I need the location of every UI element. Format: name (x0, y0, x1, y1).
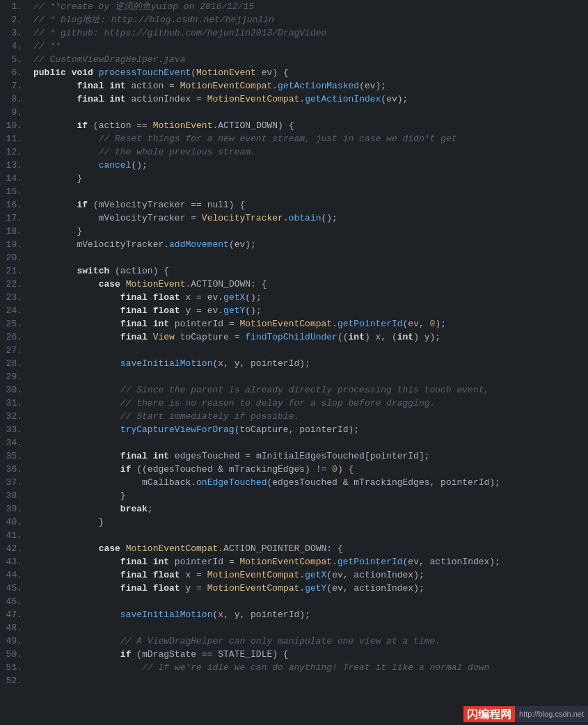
line-number: 12. (0, 145, 22, 159)
token-c-bold-white: float (153, 305, 180, 316)
token-c-plain: . (272, 81, 278, 91)
line-number: 7. (0, 79, 22, 93)
line-number: 17. (0, 212, 22, 225)
token-c-plain: ) y); (413, 332, 440, 342)
code-line: final int pointerId = MotionEventCompat.… (33, 555, 588, 568)
token-c-class: MotionEvent (126, 279, 186, 289)
token-c-plain: . (299, 583, 305, 593)
watermark-url: http://blog.csdn.net (515, 706, 588, 722)
token-c-bold-white: int (153, 451, 169, 461)
token-c-plain (33, 200, 77, 210)
token-c-plain (148, 305, 153, 316)
line-number: 1. (0, 0, 22, 13)
code-line: // ** (33, 40, 588, 53)
token-c-plain: (toCapture, pointerId); (235, 424, 359, 435)
token-c-plain (33, 332, 120, 342)
code-line: final int edgesTouched = mInitialEdgesTo… (33, 449, 588, 463)
line-number: 48. (0, 621, 22, 635)
line-number: 30. (0, 383, 22, 397)
token-c-bold-white: case (99, 543, 120, 554)
token-c-plain: (x, y, pointerId); (212, 358, 310, 369)
token-c-method: addMovement (169, 239, 229, 250)
token-c-bold-white: break (120, 504, 148, 514)
token-c-method: obtain (289, 213, 321, 223)
token-c-plain: (ev); (381, 94, 408, 104)
token-c-bold-white: final (120, 292, 148, 303)
code-line (33, 106, 588, 119)
line-number: 9. (0, 106, 22, 119)
token-c-comment: // * blog地址: http://blog.csdn.net/hejjun… (33, 15, 274, 25)
token-c-bold-white: int (109, 94, 125, 104)
token-c-method: getX (305, 570, 326, 580)
token-c-plain: pointerId = (169, 319, 239, 329)
token-c-comment: // there is no reason to delay for a slo… (120, 398, 435, 408)
token-c-bold-white: final (120, 583, 148, 593)
code-line (33, 436, 588, 449)
code-line: // there is no reason to delay for a slo… (33, 397, 588, 410)
token-c-plain: (action) { (109, 266, 169, 276)
token-c-comment: // If we're idle we can do anything! Tre… (142, 662, 489, 673)
line-number: 26. (0, 330, 22, 344)
token-c-plain: (x, y, pointerId); (212, 610, 310, 620)
code-line (33, 529, 588, 542)
code-line: case MotionEventCompat.ACTION_POINTER_DO… (33, 542, 588, 555)
line-number: 23. (0, 291, 22, 304)
line-number: 52. (0, 674, 22, 687)
token-c-plain (33, 411, 120, 422)
code-line: saveInitialMotion(x, y, pointerId); (33, 608, 588, 621)
line-number: 31. (0, 397, 22, 410)
token-c-comment: // A ViewDragHelper can only manipulate … (120, 636, 440, 646)
token-c-plain: ((edgesTouched & mTrackingEdges) != (131, 464, 332, 475)
token-c-method: getPointerId (337, 557, 403, 567)
token-c-plain: } (33, 173, 82, 184)
token-c-class: MotionEventCompat (207, 94, 300, 104)
token-c-plain: (mDragState == STATE_IDLE) { (131, 649, 288, 660)
code-line (33, 251, 588, 264)
token-c-bold-white: int (153, 319, 169, 329)
token-c-plain (33, 504, 120, 514)
token-c-class: MotionEventCompat (239, 319, 332, 329)
code-line: if (mDragState == STATE_IDLE) { (33, 648, 588, 661)
line-number: 13. (0, 159, 22, 172)
line-number: 41. (0, 529, 22, 542)
token-c-plain: . (299, 570, 305, 580)
token-c-class: MotionEventCompat (239, 557, 332, 567)
token-c-plain: (ev); (229, 239, 256, 250)
token-c-plain: y = (180, 583, 207, 593)
token-c-bold-white: final (77, 94, 104, 104)
code-line (33, 185, 588, 198)
token-c-bold-white: int (349, 332, 365, 342)
token-c-method: saveInitialMotion (120, 358, 213, 369)
token-c-bold-white: if (77, 200, 88, 210)
token-c-plain: actionIndex = (126, 94, 207, 104)
token-c-plain: (mVelocityTracker == null) { (88, 200, 245, 210)
line-number: 19. (0, 238, 22, 251)
line-number: 14. (0, 172, 22, 185)
token-c-plain (33, 81, 77, 91)
line-number: 18. (0, 225, 22, 238)
line-number: 43. (0, 555, 22, 568)
token-c-plain: ) { (337, 464, 353, 475)
line-number: 49. (0, 635, 22, 648)
token-c-method: findTopChildUnder (245, 332, 337, 342)
token-c-bold-white: int (397, 332, 413, 342)
token-c-plain (33, 305, 120, 316)
token-c-plain (148, 292, 153, 303)
token-c-class: MotionEventCompat (126, 543, 218, 554)
token-c-bold-white: final (120, 557, 148, 567)
token-c-plain: mVelocityTracker = (33, 213, 202, 223)
token-c-plain: x = (180, 570, 207, 580)
line-number: 10. (0, 119, 22, 132)
token-c-bold-white: final (120, 451, 148, 461)
token-c-plain (33, 279, 99, 289)
code-line: cancel(); (33, 159, 588, 172)
token-c-bold-white: float (153, 292, 180, 303)
token-c-plain (33, 610, 120, 620)
line-number: 22. (0, 278, 22, 291)
code-line: final int pointerId = MotionEventCompat.… (33, 317, 588, 330)
line-number: 38. (0, 489, 22, 502)
token-c-bold-white: int (109, 81, 125, 91)
token-c-plain (33, 424, 120, 435)
token-c-plain (93, 67, 99, 78)
line-numbers: 1.2.3.4.5.6.7.8.9.10.11.12.13.14.15.16.1… (0, 0, 28, 725)
